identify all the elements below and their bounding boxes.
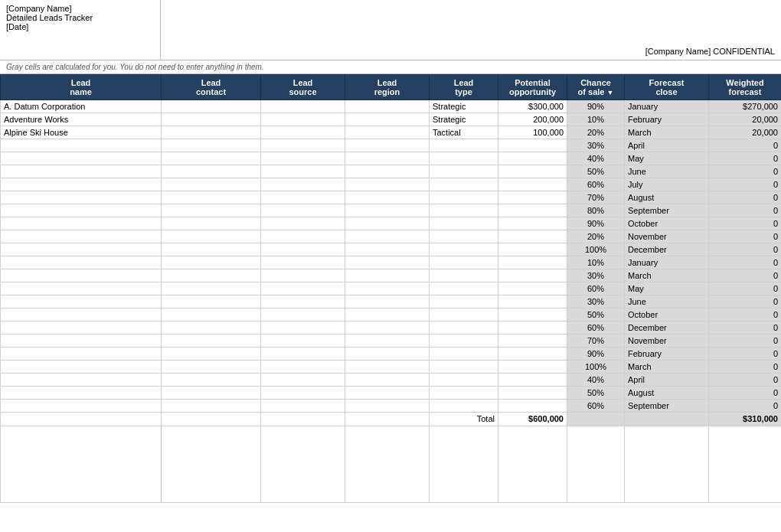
table-cell[interactable]	[1, 256, 162, 269]
table-cell[interactable]	[162, 400, 261, 413]
table-cell[interactable]	[162, 256, 261, 269]
table-cell[interactable]: Alpine Ski House	[1, 126, 162, 139]
table-cell[interactable]	[261, 400, 345, 413]
table-cell[interactable]	[345, 113, 430, 126]
table-cell[interactable]	[430, 152, 498, 165]
table-cell[interactable]	[162, 191, 261, 204]
table-cell[interactable]: A. Datum Corporation	[1, 100, 162, 113]
table-cell[interactable]	[162, 126, 261, 139]
table-cell[interactable]	[430, 269, 498, 282]
table-cell[interactable]	[345, 374, 430, 387]
table-cell[interactable]	[345, 152, 430, 165]
table-cell[interactable]	[162, 113, 261, 126]
table-cell[interactable]	[1, 321, 162, 335]
table-cell[interactable]	[498, 243, 567, 256]
table-cell[interactable]	[345, 282, 430, 295]
table-cell[interactable]	[261, 308, 345, 321]
table-cell[interactable]	[261, 335, 345, 348]
table-cell[interactable]	[345, 348, 430, 361]
table-cell[interactable]	[162, 348, 261, 361]
table-cell[interactable]	[261, 321, 345, 335]
table-cell[interactable]	[1, 243, 162, 256]
table-cell[interactable]	[430, 230, 498, 243]
table-cell[interactable]	[430, 243, 498, 256]
table-cell[interactable]	[261, 217, 345, 230]
table-cell[interactable]	[162, 321, 261, 335]
table-cell[interactable]	[261, 165, 345, 178]
table-cell[interactable]	[1, 295, 162, 308]
table-cell[interactable]	[498, 204, 567, 217]
table-cell[interactable]	[345, 308, 430, 321]
table-cell[interactable]	[345, 204, 430, 217]
table-cell[interactable]	[430, 282, 498, 295]
table-cell[interactable]: Strategic	[430, 100, 498, 113]
table-cell[interactable]	[261, 269, 345, 282]
table-cell[interactable]	[345, 243, 430, 256]
table-cell[interactable]	[430, 295, 498, 308]
table-cell[interactable]	[261, 361, 345, 374]
table-cell[interactable]	[162, 335, 261, 348]
table-cell[interactable]: Strategic	[430, 113, 498, 126]
table-cell[interactable]	[162, 217, 261, 230]
table-cell[interactable]	[345, 230, 430, 243]
table-cell[interactable]	[430, 387, 498, 400]
table-cell[interactable]	[1, 139, 162, 152]
table-cell[interactable]	[498, 282, 567, 295]
table-cell[interactable]	[1, 308, 162, 321]
table-cell[interactable]	[498, 178, 567, 191]
table-cell[interactable]	[162, 308, 261, 321]
table-cell[interactable]	[430, 217, 498, 230]
table-cell[interactable]	[498, 374, 567, 387]
table-cell[interactable]	[498, 335, 567, 348]
table-cell[interactable]: Tactical	[430, 126, 498, 139]
table-cell[interactable]	[345, 400, 430, 413]
table-cell[interactable]	[498, 269, 567, 282]
table-cell[interactable]	[498, 230, 567, 243]
table-cell[interactable]	[261, 282, 345, 295]
table-cell[interactable]	[498, 321, 567, 335]
table-cell[interactable]	[430, 308, 498, 321]
table-cell[interactable]	[498, 165, 567, 178]
table-cell[interactable]	[162, 204, 261, 217]
table-cell[interactable]	[1, 191, 162, 204]
table-cell[interactable]	[261, 374, 345, 387]
table-cell[interactable]	[261, 126, 345, 139]
table-cell[interactable]	[1, 165, 162, 178]
table-cell[interactable]	[498, 387, 567, 400]
table-cell[interactable]	[261, 256, 345, 269]
table-cell[interactable]	[430, 321, 498, 335]
table-cell[interactable]	[261, 243, 345, 256]
table-cell[interactable]	[345, 335, 430, 348]
table-cell[interactable]	[261, 204, 345, 217]
table-cell[interactable]	[430, 348, 498, 361]
table-cell[interactable]	[162, 374, 261, 387]
table-cell[interactable]	[430, 204, 498, 217]
table-cell[interactable]	[162, 269, 261, 282]
table-cell[interactable]	[345, 217, 430, 230]
table-cell[interactable]	[1, 230, 162, 243]
table-cell[interactable]	[345, 126, 430, 139]
table-cell[interactable]	[162, 139, 261, 152]
table-cell[interactable]: 200,000	[498, 113, 567, 126]
table-cell[interactable]	[1, 361, 162, 374]
table-cell[interactable]	[430, 165, 498, 178]
table-cell[interactable]	[345, 321, 430, 335]
table-cell[interactable]	[345, 100, 430, 113]
table-cell[interactable]	[261, 139, 345, 152]
table-cell[interactable]	[261, 178, 345, 191]
table-cell[interactable]: $300,000	[498, 100, 567, 113]
table-cell[interactable]	[430, 178, 498, 191]
table-cell[interactable]	[1, 178, 162, 191]
table-cell[interactable]	[345, 165, 430, 178]
table-cell[interactable]	[162, 282, 261, 295]
table-cell[interactable]	[345, 256, 430, 269]
table-cell[interactable]	[1, 204, 162, 217]
table-cell[interactable]	[1, 348, 162, 361]
table-cell[interactable]	[162, 243, 261, 256]
table-cell[interactable]	[261, 100, 345, 113]
table-cell[interactable]	[1, 152, 162, 165]
table-cell[interactable]: Adventure Works	[1, 113, 162, 126]
table-cell[interactable]	[498, 295, 567, 308]
table-cell[interactable]	[1, 374, 162, 387]
table-cell[interactable]	[261, 387, 345, 400]
